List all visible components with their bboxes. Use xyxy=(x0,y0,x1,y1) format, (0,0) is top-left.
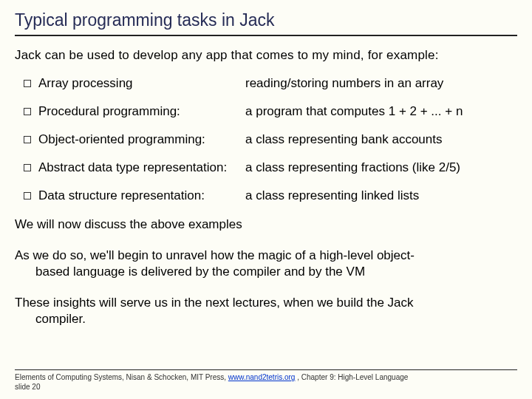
para-line: compiler. xyxy=(35,311,517,327)
bullet-term: Object-oriented programming: xyxy=(38,132,245,147)
bullet-term: Data structure representation: xyxy=(38,188,245,203)
bullet-term: Array processing xyxy=(38,76,245,91)
para-line: As we do so, we'll begin to unravel how … xyxy=(15,248,415,262)
para-line: These insights will serve us in the next… xyxy=(15,296,414,310)
footer-prefix: Elements of Computing Systems, Nisan & S… xyxy=(15,373,228,381)
bullet-desc: reading/storing numbers in an array xyxy=(245,76,517,91)
para-line: based language is delivered by the compi… xyxy=(35,264,517,280)
bullet-desc: a class representing fractions (like 2/5… xyxy=(245,160,517,175)
square-bullet-icon xyxy=(24,136,31,143)
paragraph: We will now discuss the above examples xyxy=(15,216,517,233)
paragraph: As we do so, we'll begin to unravel how … xyxy=(15,248,517,280)
footer-link[interactable]: www.nand2tetris.org xyxy=(228,373,296,381)
square-bullet-icon xyxy=(24,80,31,87)
list-item: Abstract data type representation: a cla… xyxy=(24,160,517,175)
square-bullet-icon xyxy=(24,164,31,171)
list-item: Data structure representation: a class r… xyxy=(24,188,517,203)
slide-number: slide 20 xyxy=(15,383,40,391)
square-bullet-icon xyxy=(24,192,31,200)
bullet-desc: a program that computes 1 + 2 + ... + n xyxy=(245,104,517,119)
square-bullet-icon xyxy=(24,108,31,115)
slide-footer: Elements of Computing Systems, Nisan & S… xyxy=(15,369,517,392)
list-item: Object-oriented programming: a class rep… xyxy=(24,132,517,147)
footer-suffix: , Chapter 9: High-Level Language xyxy=(295,373,408,381)
paragraph: These insights will serve us in the next… xyxy=(15,295,517,327)
list-item: Array processing reading/storing numbers… xyxy=(24,76,517,91)
bullet-list: Array processing reading/storing numbers… xyxy=(24,76,517,203)
list-item: Procedural programming: a program that c… xyxy=(24,104,517,119)
bullet-desc: a class representing linked lists xyxy=(245,188,517,203)
bullet-term: Abstract data type representation: xyxy=(38,160,245,175)
bullet-desc: a class representing bank accounts xyxy=(245,132,517,147)
intro-text: Jack can be used to develop any app that… xyxy=(15,48,517,63)
bullet-term: Procedural programming: xyxy=(38,104,245,119)
slide-title: Typical programming tasks in Jack xyxy=(15,10,517,36)
